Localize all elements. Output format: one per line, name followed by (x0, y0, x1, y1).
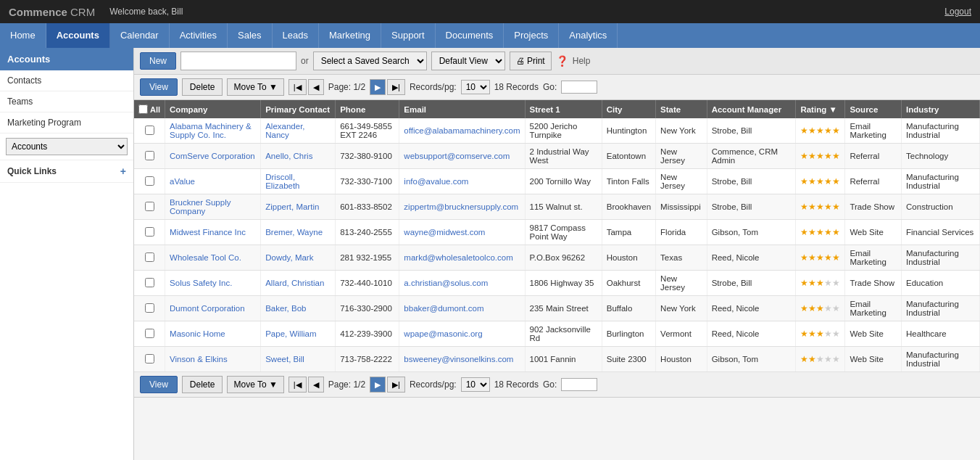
next-page-btn-bottom[interactable]: ▶ (370, 377, 386, 393)
th-account-manager[interactable]: Account Manager (707, 100, 796, 118)
email-link-0[interactable]: office@alabamamachinery.com (404, 126, 520, 135)
contact-link-4[interactable]: Bremer, Wayne (265, 228, 323, 237)
row-check-1[interactable] (145, 151, 154, 160)
company-link-0[interactable]: Alabama Machinery & Supply Co. Inc. (170, 122, 252, 139)
quick-links-add-button[interactable]: + (120, 165, 126, 177)
saved-search-select[interactable]: Select a Saved Search (313, 52, 427, 70)
sidebar-item-contacts[interactable]: Contacts (0, 70, 133, 91)
print-button[interactable]: 🖨 Print (510, 52, 552, 70)
th-company[interactable]: Company (165, 100, 261, 118)
nav-marketing[interactable]: Marketing (319, 23, 381, 48)
last-page-btn-top[interactable]: ▶| (387, 79, 405, 95)
nav-sales[interactable]: Sales (228, 23, 273, 48)
nav-accounts[interactable]: Accounts (46, 23, 110, 48)
company-link-2[interactable]: aValue (170, 177, 195, 186)
contact-link-9[interactable]: Sweet, Bill (265, 355, 304, 364)
company-link-6[interactable]: Solus Safety Inc. (170, 279, 232, 287)
nav-support[interactable]: Support (381, 23, 436, 48)
contact-link-0[interactable]: Alexander, Nancy (265, 122, 304, 139)
row-check-8[interactable] (145, 329, 154, 338)
nav-activities[interactable]: Activities (170, 23, 228, 48)
company-link-9[interactable]: Vinson & Elkins (170, 355, 228, 364)
company-link-1[interactable]: ComServe Corporation (170, 152, 255, 160)
view-select[interactable]: Default View (431, 52, 505, 70)
sidebar-item-marketing-program[interactable]: Marketing Program (0, 112, 133, 134)
contact-link-1[interactable]: Anello, Chris (265, 152, 312, 160)
th-phone[interactable]: Phone (336, 100, 399, 118)
nav-analytics[interactable]: Analytics (559, 23, 618, 48)
search-input[interactable] (180, 52, 296, 70)
delete-button-bottom[interactable]: Delete (182, 376, 223, 393)
goto-input-bottom[interactable] (561, 378, 597, 391)
email-link-2[interactable]: info@avalue.com (404, 177, 468, 186)
contact-link-8[interactable]: Pape, William (265, 329, 316, 338)
row-check-9[interactable] (145, 354, 154, 364)
prev-page-btn-top[interactable]: ◀ (308, 79, 324, 95)
company-link-8[interactable]: Masonic Home (170, 329, 225, 338)
email-link-7[interactable]: bbaker@dumont.com (404, 304, 483, 313)
row-check-2[interactable] (145, 176, 154, 186)
email-link-3[interactable]: zippertm@brucknersupply.com (404, 202, 518, 211)
th-primary-contact[interactable]: Primary Contact (261, 100, 336, 118)
sidebar-dropdown[interactable]: Accounts (0, 134, 133, 160)
contact-link-7[interactable]: Baker, Bob (265, 304, 306, 313)
row-city-0: Huntington (602, 118, 655, 144)
first-page-btn-top[interactable]: |◀ (288, 79, 307, 95)
th-rating[interactable]: Rating ▼ (796, 100, 845, 118)
row-check-3[interactable] (145, 202, 154, 211)
logout-link[interactable]: Logout (944, 7, 971, 17)
moveto-button-top[interactable]: Move To ▼ (227, 78, 283, 96)
th-email[interactable]: Email (399, 100, 525, 118)
nav-leads[interactable]: Leads (273, 23, 319, 48)
view-button-top[interactable]: View (140, 78, 178, 96)
view-button-bottom[interactable]: View (140, 376, 178, 393)
company-link-4[interactable]: Midwest Finance Inc (170, 228, 246, 237)
contact-link-6[interactable]: Allard, Christian (265, 279, 324, 287)
th-city[interactable]: City (602, 100, 655, 118)
company-link-5[interactable]: Wholesale Tool Co. (170, 253, 241, 262)
row-state-9: Houston (656, 347, 707, 372)
row-check-0[interactable] (145, 126, 154, 135)
email-link-8[interactable]: wpape@masonic.org (404, 329, 482, 338)
prev-page-btn-bottom[interactable]: ◀ (308, 377, 324, 393)
nav-documents[interactable]: Documents (436, 23, 504, 48)
th-industry[interactable]: Industry (902, 100, 980, 118)
email-link-1[interactable]: websupport@comserve.com (404, 152, 510, 160)
row-street1-1: 2 Industrial Way West (525, 144, 602, 169)
email-link-9[interactable]: bsweeney@vinsonelkins.com (404, 355, 513, 364)
goto-input-top[interactable] (561, 81, 597, 94)
row-rating-7: ★★★★★ (796, 296, 845, 321)
records-per-page-top[interactable]: 10 25 50 (461, 80, 490, 94)
row-check-5[interactable] (145, 252, 154, 262)
th-state[interactable]: State (656, 100, 707, 118)
th-street1[interactable]: Street 1 (525, 100, 602, 118)
row-check-6[interactable] (145, 278, 154, 287)
sidebar-item-teams[interactable]: Teams (0, 91, 133, 112)
company-link-3[interactable]: Bruckner Supply Company (170, 198, 231, 215)
nav-calendar[interactable]: Calendar (110, 23, 170, 48)
company-link-7[interactable]: Dumont Corporation (170, 304, 245, 313)
row-check-4[interactable] (145, 227, 154, 237)
first-page-btn-bottom[interactable]: |◀ (288, 377, 307, 393)
next-page-btn-top[interactable]: ▶ (370, 79, 386, 95)
email-link-5[interactable]: markd@wholesaletoolco.com (404, 253, 512, 262)
contact-link-3[interactable]: Zippert, Martin (265, 202, 319, 211)
delete-button-top[interactable]: Delete (182, 78, 223, 96)
table-row: Alabama Machinery & Supply Co. Inc. Alex… (134, 118, 980, 144)
sidebar-select[interactable]: Accounts (6, 138, 128, 155)
contact-link-5[interactable]: Dowdy, Mark (265, 253, 313, 262)
email-link-4[interactable]: wayne@midwest.com (404, 228, 485, 237)
nav-projects[interactable]: Projects (504, 23, 559, 48)
nav-home[interactable]: Home (0, 23, 46, 48)
th-source[interactable]: Source (845, 100, 902, 118)
row-manager-4: Gibson, Tom (707, 220, 796, 245)
contact-link-2[interactable]: Driscoll, Elizabeth (265, 173, 299, 190)
records-per-page-bottom[interactable]: 10 25 50 (461, 377, 490, 392)
new-button[interactable]: New (140, 52, 176, 70)
row-check-7[interactable] (145, 303, 154, 313)
last-page-btn-bottom[interactable]: ▶| (387, 377, 405, 393)
moveto-button-bottom[interactable]: Move To ▼ (227, 376, 283, 393)
help-link[interactable]: Help (573, 56, 591, 66)
email-link-6[interactable]: a.christian@solus.com (404, 279, 488, 287)
check-all[interactable] (138, 104, 148, 114)
